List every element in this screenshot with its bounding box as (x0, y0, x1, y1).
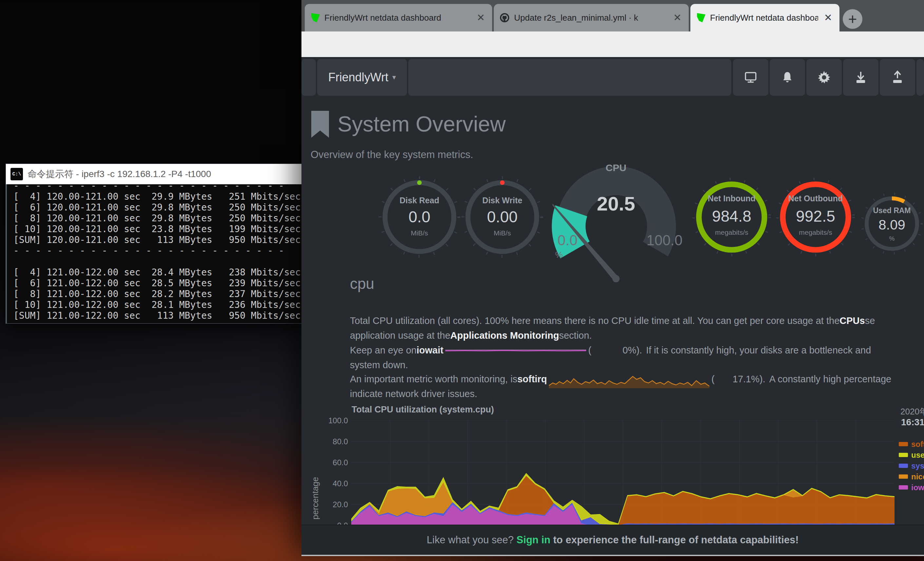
nodes-view-button[interactable] (733, 59, 768, 96)
window-bottom-border (302, 555, 924, 556)
legend-swatch (899, 474, 908, 479)
legend-swatch (899, 453, 908, 457)
y-tick: 100.0 (325, 416, 348, 425)
alarms-button[interactable] (770, 59, 805, 96)
monitor-icon (744, 71, 758, 84)
tab-github[interactable]: Update r2s_lean_minimal.yml · k ✕ (494, 4, 689, 32)
cpu-gauge[interactable]: CPU 20.5 0.0 100.0 % (537, 161, 694, 289)
iowait-sparkline (445, 348, 586, 353)
svg-text:Used RAM: Used RAM (873, 206, 910, 215)
svg-text:%: % (889, 235, 895, 242)
used-ram-gauge[interactable]: Used RAM 8.09 % (859, 191, 924, 256)
svg-text:%: % (555, 250, 562, 260)
browser-toolbar: ⓘ 不安全 192.168.2.1:19999/#menu_system_sub… (302, 32, 924, 57)
new-tab-button[interactable]: + (843, 9, 862, 29)
svg-text:MiB/s: MiB/s (411, 229, 428, 237)
cpu-utilization-chart[interactable] (351, 420, 894, 525)
legend-item-softirq[interactable]: softirq (899, 439, 924, 450)
tab-title: FriendlyWrt netdata dashboard (324, 13, 471, 23)
chart-title: Total CPU utilization (system.cpu) (352, 405, 494, 415)
paragraph-line: Total CPU utilization (all cores). 100% … (350, 316, 875, 326)
y-axis-label: percentage (310, 475, 321, 521)
svg-text:984.8: 984.8 (712, 208, 752, 225)
svg-text:Disk Read: Disk Read (400, 196, 440, 205)
svg-text:0.0: 0.0 (409, 208, 430, 226)
tab-friendlywrt-1[interactable]: FriendlyWrt netdata dashboard ✕ (305, 4, 492, 32)
tab-friendlywrt-2-active[interactable]: FriendlyWrt netdata dashboard ✕ (690, 4, 840, 32)
header-tile-left (302, 59, 316, 96)
section-heading-cpu: cpu (350, 275, 374, 292)
export-button[interactable] (880, 59, 915, 96)
chart-date: 2020年3 (900, 406, 924, 417)
svg-text:0.00: 0.00 (487, 208, 518, 226)
legend-swatch (899, 463, 908, 468)
chevron-down-icon: ▾ (392, 73, 396, 82)
net-outbound-gauge[interactable]: Net Outbound 992.5 megabits/s (775, 176, 856, 258)
legend-label: user (911, 451, 924, 460)
import-button[interactable] (843, 59, 879, 96)
legend-label: nice (911, 472, 924, 481)
paragraph-line: application usage at the Applications Mo… (350, 330, 592, 341)
close-icon[interactable]: ✕ (823, 13, 834, 23)
terminal-output[interactable]: - - - - - - - - - - - - - - - - - - - - … (6, 184, 302, 323)
upload-icon (891, 71, 904, 84)
browser-window: FriendlyWrt netdata dashboard ✕ Update r… (302, 0, 924, 556)
y-tick: 20.0 (325, 500, 348, 509)
github-icon (500, 13, 510, 23)
legend-label: iowait (911, 483, 924, 492)
page-subtitle: Overview of the key system metrics. (310, 149, 473, 161)
legend-label: system (911, 461, 924, 471)
status-dot-green (417, 180, 422, 185)
svg-text:megabits/s: megabits/s (799, 229, 832, 236)
legend-item-iowait[interactable]: iowait (899, 482, 924, 493)
svg-text:Net Inbound: Net Inbound (708, 194, 756, 203)
cpus-link[interactable]: CPUs (840, 316, 865, 326)
applications-monitoring-link[interactable]: Applications Monitoring (450, 330, 559, 341)
close-icon[interactable]: ✕ (476, 13, 486, 23)
tab-title: FriendlyWrt netdata dashboard (710, 13, 818, 23)
terminal-title: 命令提示符 - iperf3 -c 192.168.1.2 -P4 -t1000 (27, 168, 211, 180)
netdata-page: FriendlyWrt ▾ (302, 57, 924, 555)
netdata-icon (310, 13, 320, 22)
chart-legend: softirq user system nice iowait (899, 439, 924, 493)
svg-text:CPU: CPU (606, 162, 626, 173)
host-name: FriendlyWrt (328, 71, 388, 84)
signin-link[interactable]: Sign in (516, 534, 550, 546)
y-tick: 40.0 (325, 479, 348, 488)
svg-text:MiB/s: MiB/s (494, 229, 511, 237)
y-tick: 80.0 (325, 437, 348, 446)
svg-text:992.5: 992.5 (796, 208, 835, 225)
download-icon (854, 71, 868, 84)
svg-text:Disk Write: Disk Write (482, 196, 522, 205)
svg-text:8.09: 8.09 (879, 217, 905, 232)
paragraph-line: Keep an eye on iowait (0%).If it is cons… (350, 345, 871, 356)
settings-button[interactable] (806, 59, 842, 96)
gear-icon (817, 71, 831, 84)
legend-item-nice[interactable]: nice (899, 471, 924, 482)
svg-text:100.0: 100.0 (646, 232, 682, 248)
cmd-icon: C:\ (10, 168, 23, 180)
netdata-icon (696, 13, 705, 22)
legend-item-system[interactable]: system (899, 460, 924, 471)
bell-icon (781, 71, 794, 84)
bookmark-icon (310, 111, 330, 138)
disk-read-gauge[interactable]: Disk Read 0.0 MiB/s (377, 174, 462, 260)
disk-write-gauge[interactable]: Disk Write 0.00 MiB/s (460, 174, 545, 260)
header-tile-partial (916, 59, 924, 96)
terminal-titlebar[interactable]: C:\ 命令提示符 - iperf3 -c 192.168.1.2 -P4 -t… (6, 164, 302, 184)
signin-text: Like what you see? Sign in to experience… (427, 534, 798, 546)
tab-strip: FriendlyWrt netdata dashboard ✕ Update r… (302, 0, 924, 32)
paragraph-line: An important metric worth monitoring, is… (350, 374, 891, 388)
svg-text:0.0: 0.0 (557, 232, 578, 248)
host-dropdown[interactable]: FriendlyWrt ▾ (317, 59, 407, 96)
close-icon[interactable]: ✕ (672, 13, 683, 23)
screen: { "terminal": { "title": "命令提示符 - iperf3… (0, 0, 924, 561)
legend-item-user[interactable]: user (899, 450, 924, 460)
chart-time: 16:31:2 (901, 417, 924, 427)
legend-swatch (899, 485, 908, 490)
svg-text:20.5: 20.5 (597, 193, 635, 215)
header-spacer (408, 59, 731, 96)
net-inbound-gauge[interactable]: Net Inbound 984.8 megabits/s (691, 176, 772, 258)
tab-title: Update r2s_lean_minimal.yml · k (514, 13, 668, 23)
svg-text:megabits/s: megabits/s (715, 229, 748, 236)
